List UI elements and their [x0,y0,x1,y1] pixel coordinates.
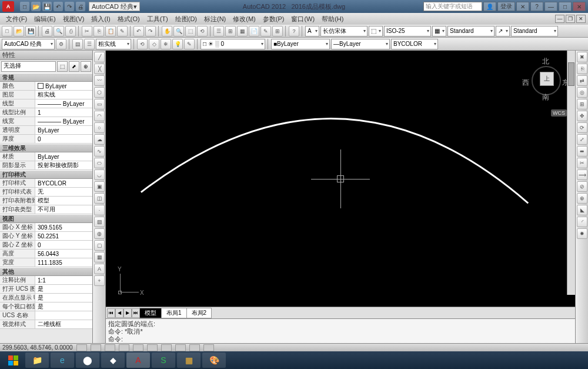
properties-icon[interactable]: ☰ [213,26,224,36]
prop-value[interactable]: BYCOLOR [35,179,92,187]
gradient-icon[interactable]: ◍ [94,228,105,239]
workspace-settings-icon[interactable]: ⚙ [56,39,66,49]
addselected-icon[interactable]: + [94,275,105,286]
sheetset-icon[interactable]: 📄 [249,26,259,36]
prop-row[interactable]: 打印表类型不可用 [0,205,92,214]
cut-icon[interactable]: ✂ [82,26,92,36]
layer-dropdown[interactable]: □ ☀ ░ 0 [201,39,265,49]
chamfer-icon[interactable]: ◣ [577,205,587,215]
menu-modify[interactable]: 修改(M) [229,15,259,24]
workspace-dropdown[interactable]: AutoCAD 经典 [2,39,55,49]
help-toolbar-icon[interactable]: ? [289,26,299,36]
move-icon[interactable]: ✥ [577,111,587,121]
tab-layout2[interactable]: 布局2 [186,308,212,318]
copy-icon[interactable]: ⎘ [93,26,104,36]
revcloud-icon[interactable]: ☁ [94,134,105,145]
prop-value[interactable]: 投射和接收阴影 [35,161,92,169]
drawing-canvas[interactable]: 北 南 西 东 上 WCS YX [106,51,575,307]
maximize-button[interactable]: □ [559,2,572,11]
selectobj-icon[interactable]: ⬈ [69,61,79,72]
prop-row[interactable]: 圆心 Y 坐标50.2251 [0,232,92,241]
tablestyle-dropdown[interactable]: Standard [447,26,495,36]
prop-row[interactable]: 材质ByLayer [0,152,92,161]
line-icon[interactable]: ╱ [94,52,105,62]
break-icon[interactable]: ⊘ [577,181,587,192]
annoscale-dropdown[interactable]: A [305,26,319,36]
prop-value[interactable]: ByLayer [35,126,92,134]
layer-match-icon[interactable]: ✎ [184,39,195,49]
menu-edit[interactable]: 编辑(E) [31,15,59,24]
start-button[interactable] [2,353,24,368]
pline-icon[interactable]: 〰 [94,75,105,86]
table-icon[interactable]: ▦ [94,252,105,262]
taskbar-paint-icon[interactable]: 🎨 [202,353,226,368]
quickcalc-icon[interactable]: ⊞ [272,26,283,36]
taskbar-wps-icon[interactable]: S [152,353,175,368]
arc-icon[interactable]: ◠ [94,111,105,121]
polar-toggle[interactable] [119,344,129,351]
menu-draw[interactable]: 绘图(D) [172,15,201,24]
prop-row[interactable]: 打印表附着到模型 [0,197,92,205]
circle-icon[interactable]: ○ [94,122,105,133]
prop-row[interactable]: 阴影显示投射和接收阴影 [0,161,92,170]
explode-icon[interactable]: ✸ [577,228,587,239]
qp-toggle[interactable] [203,344,214,351]
prop-row[interactable]: 颜色ByLayer [0,82,92,91]
prop-row[interactable]: 打开 UCS 图标是 [0,285,92,294]
taskbar-app3-icon[interactable]: ▦ [177,353,201,368]
dyn-toggle[interactable] [175,344,186,351]
prop-row[interactable]: 高度56.0443 [0,250,92,258]
region-icon[interactable]: ▢ [94,240,105,251]
mleaderstyle-icon[interactable]: ↗ [496,26,510,36]
prop-row[interactable]: 图层粗实线 [0,91,92,99]
layer-states-icon[interactable]: ☰ [84,39,95,49]
taskbar-ie-icon[interactable]: e [51,353,74,368]
prop-row[interactable]: 圆心 X 坐标309.5165 [0,223,92,232]
polygon-icon[interactable]: ⬡ [94,87,105,98]
textstyle-dropdown[interactable]: 长仿宋体 [320,26,368,36]
quickselect-icon[interactable]: ⬚ [57,61,68,72]
taskbar-app2-icon[interactable]: ◆ [101,353,125,368]
prop-value[interactable]: 是 [35,294,92,302]
layer-previous-icon[interactable]: ⟲ [137,39,148,49]
designcenter-icon[interactable]: ⊞ [225,26,236,36]
mdi-minimize-button[interactable]: — [555,15,564,23]
tablestyle-icon[interactable]: ▦ [432,26,446,36]
prop-section-header[interactable]: 常规 [0,73,92,82]
close-button[interactable]: ✕ [573,2,586,11]
app-logo[interactable]: A [2,1,14,12]
prop-value[interactable]: 无 [35,188,92,196]
menu-window[interactable]: 窗口(W) [288,15,318,24]
plotstyle-dropdown[interactable]: BYCOLOR [391,39,438,49]
command-line[interactable]: 指定圆弧的端点: 命令: *取消* 命令: [106,318,575,343]
ortho-toggle[interactable] [105,344,115,351]
prop-value[interactable]: 56.0443 [35,250,92,258]
prop-row[interactable]: 线型———— ByLayer [0,99,92,108]
rectangle-icon[interactable]: ▭ [94,99,105,109]
pan-icon[interactable]: ✋ [162,26,172,36]
menu-tools[interactable]: 工具(T) [143,15,172,24]
tab-layout1[interactable]: 布局1 [161,308,187,318]
lwt-toggle[interactable] [189,344,200,351]
prop-row[interactable]: 每个视口都显..是 [0,302,92,311]
erase-icon[interactable]: ✖ [577,52,587,62]
hatch-icon[interactable]: ▨ [94,217,105,227]
tab-next-icon[interactable]: ▶ [123,308,132,318]
stretch-icon[interactable]: ⬌ [577,146,587,157]
prop-row[interactable]: 线宽———— ByLayer [0,117,92,126]
preview-icon[interactable]: 🔍 [54,26,64,36]
menu-view[interactable]: 视图(V) [59,15,88,24]
workspace-switcher[interactable]: AutoCAD 经典 ▾ [89,2,140,11]
prop-value[interactable]: 不可用 [35,205,92,214]
prop-value[interactable]: 二维线框 [35,320,92,328]
xline-icon[interactable]: ╳ [94,64,105,74]
toolpalettes-icon[interactable]: ▦ [237,26,248,36]
pickadd-icon[interactable]: ⊕ [81,61,91,72]
prop-row[interactable]: 注释比例1:1 [0,276,92,285]
spline-icon[interactable]: ∿ [94,146,105,157]
prop-value[interactable]: ———— ByLayer [35,99,92,108]
infocenter-icon[interactable]: 👤 [483,2,496,11]
prop-value[interactable]: 粗实线 [35,91,92,99]
qat-print-icon[interactable]: 🖨 [76,2,85,11]
lineweight-dropdown[interactable]: — ByLayer [331,39,390,49]
